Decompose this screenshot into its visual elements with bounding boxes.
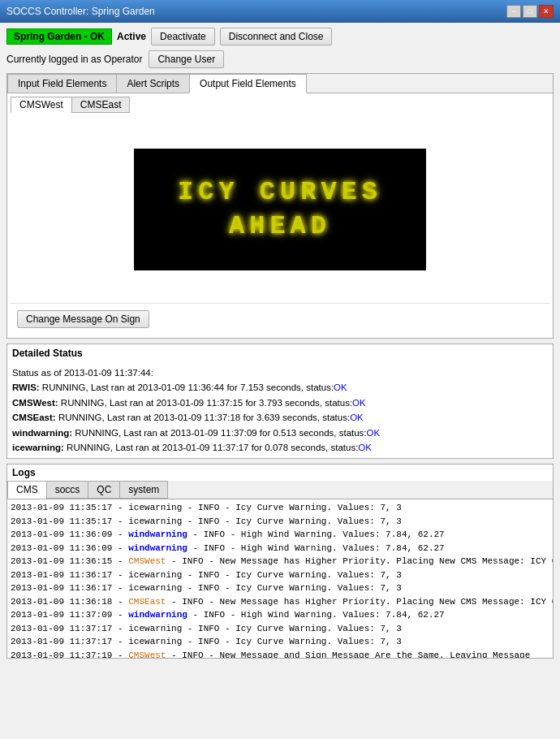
sub-tab-row: CMSWest CMSEast	[11, 97, 549, 113]
tab-output-field[interactable]: Output Field Elements	[189, 74, 307, 93]
log-line: 2013-01-09 11:37:17 - icewarning - INFO …	[11, 622, 549, 636]
toolbar-row: Spring Garden - OK Active Deactivate Dis…	[6, 28, 554, 45]
log-line: 2013-01-09 11:35:17 - icewarning - INFO …	[11, 515, 549, 529]
change-msg-btn-row: Change Message On Sign	[11, 303, 549, 335]
led-line2: AHEAD	[229, 210, 331, 244]
tab-input-field[interactable]: Input Field Elements	[7, 74, 117, 93]
status-timestamp: Status as of 2013-01-09 11:37:44:	[12, 365, 548, 380]
status-line: RWIS: RUNNING, Last ran at 2013-01-09 11…	[12, 380, 548, 395]
active-label: Active	[117, 31, 146, 42]
led-display: ICY CURVES AHEAD	[134, 149, 426, 270]
deactivate-button[interactable]: Deactivate	[151, 28, 215, 45]
window-title: SOCCS Controller: Spring Garden	[6, 6, 155, 17]
log-line: 2013-01-09 11:37:19 - CMSWest - INFO - N…	[11, 649, 549, 659]
detailed-status-panel: Detailed Status Status as of 2013-01-09 …	[6, 344, 554, 459]
log-tab-system[interactable]: system	[119, 481, 168, 499]
log-line: 2013-01-09 11:36:17 - icewarning - INFO …	[11, 568, 549, 582]
disconnect-button[interactable]: Disconnect and Close	[220, 28, 333, 45]
detailed-status-title: Detailed Status	[7, 344, 553, 362]
status-line: icewarning: RUNNING, Last ran at 2013-01…	[12, 440, 548, 455]
sub-tab-cmseast[interactable]: CMSEast	[71, 97, 131, 113]
status-lines: RWIS: RUNNING, Last ran at 2013-01-09 11…	[12, 380, 548, 455]
log-line: 2013-01-09 11:37:09 - windwarning - INFO…	[11, 608, 549, 622]
log-tab-qc[interactable]: QC	[88, 481, 120, 499]
logs-title: Logs	[7, 465, 553, 481]
change-user-button[interactable]: Change User	[149, 50, 224, 68]
log-line: 2013-01-09 11:37:17 - icewarning - INFO …	[11, 635, 549, 649]
tab-alert-scripts[interactable]: Alert Scripts	[116, 74, 190, 93]
log-tab-cms[interactable]: CMS	[7, 481, 47, 499]
log-entries[interactable]: 2013-01-09 11:35:17 - icewarning - INFO …	[7, 499, 553, 658]
led-line1: ICY CURVES	[178, 175, 382, 210]
status-badge: Spring Garden - OK	[6, 28, 112, 45]
window-controls: − □ ✕	[506, 5, 554, 18]
logged-in-text: Currently logged in as Operator	[6, 54, 142, 65]
log-line: 2013-01-09 11:36:15 - CMSWest - INFO - N…	[11, 555, 549, 568]
status-line: windwarning: RUNNING, Last ran at 2013-0…	[12, 426, 548, 440]
log-line: 2013-01-09 11:36:09 - windwarning - INFO…	[11, 528, 549, 542]
logs-panel: Logs CMS soccs QC system 2013-01-09 11:3…	[6, 464, 554, 659]
change-message-button[interactable]: Change Message On Sign	[17, 310, 149, 328]
cms-display-area: ICY CURVES AHEAD	[11, 116, 549, 303]
log-tab-soccs[interactable]: soccs	[46, 481, 89, 499]
status-line: CMSEast: RUNNING, Last ran at 2013-01-09…	[12, 410, 548, 425]
log-line: 2013-01-09 11:36:17 - icewarning - INFO …	[11, 581, 549, 595]
output-tab-content: CMSWest CMSEast ICY CURVES AHEAD Change …	[7, 93, 553, 338]
status-content: Status as of 2013-01-09 11:37:44: RWIS: …	[7, 362, 553, 458]
log-line: 2013-01-09 11:35:17 - icewarning - INFO …	[11, 501, 549, 515]
minimize-button[interactable]: −	[506, 5, 521, 18]
title-bar: SOCCS Controller: Spring Garden − □ ✕	[0, 0, 560, 23]
log-line: 2013-01-09 11:36:09 - windwarning - INFO…	[11, 542, 549, 555]
log-line: 2013-01-09 11:36:18 - CMSEast - INFO - N…	[11, 595, 549, 609]
main-content: Spring Garden - OK Active Deactivate Dis…	[0, 23, 560, 663]
logs-tab-row: CMS soccs QC system	[7, 481, 553, 499]
main-tab-header: Input Field Elements Alert Scripts Outpu…	[7, 74, 553, 93]
user-row: Currently logged in as Operator Change U…	[6, 50, 554, 68]
maximize-button[interactable]: □	[523, 5, 537, 18]
main-tabs-container: Input Field Elements Alert Scripts Outpu…	[6, 73, 554, 339]
sub-tab-cmswest[interactable]: CMSWest	[11, 97, 72, 113]
close-button[interactable]: ✕	[539, 5, 554, 18]
status-line: CMSWest: RUNNING, Last ran at 2013-01-09…	[12, 395, 548, 410]
